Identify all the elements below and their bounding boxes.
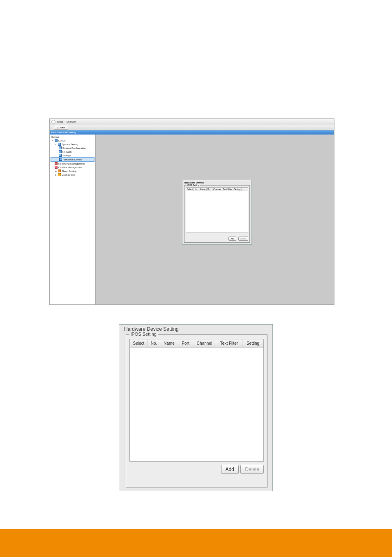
- col-channel[interactable]: Channel: [193, 339, 216, 347]
- back-arrow-icon: ⇦: [57, 126, 59, 129]
- camera-icon: [55, 166, 58, 169]
- col-name[interactable]: Name: [199, 188, 207, 191]
- tree-network[interactable]: Network: [51, 150, 95, 153]
- user-icon: [58, 173, 61, 176]
- ipos-buttons: Add Delete: [186, 232, 248, 241]
- tree-storage[interactable]: Storage: [51, 153, 95, 157]
- app-title: CM5000: [67, 121, 76, 123]
- config-icon: [59, 146, 62, 149]
- alarm-icon: [58, 169, 61, 172]
- col-channel[interactable]: Channel: [212, 188, 222, 191]
- hardware-icon: [59, 158, 62, 161]
- add-button[interactable]: Add: [228, 237, 236, 241]
- app-logo-icon: [51, 120, 55, 124]
- add-button[interactable]: Add: [221, 465, 239, 474]
- folder-icon: [58, 143, 61, 146]
- sidebar-tree: Setting ▪E9000 ▪System Setting System Co…: [50, 135, 96, 304]
- col-name[interactable]: Name: [160, 339, 178, 347]
- col-no[interactable]: No.: [148, 339, 160, 347]
- ipos-table-header: Select No. Name Port Channel Text Filter…: [186, 188, 248, 191]
- tree-server[interactable]: ▪E9000: [51, 139, 95, 142]
- storage-icon: [59, 154, 62, 157]
- ipos-fieldset-large: iPOS Setting Select No. Name Port Channe…: [126, 334, 267, 487]
- tree-recording-mgmt[interactable]: Recording Management: [51, 162, 95, 165]
- setup-label: Setup: [57, 121, 63, 123]
- col-setting[interactable]: Setting: [233, 188, 242, 191]
- col-textfilter[interactable]: Text Filter: [222, 188, 233, 191]
- col-select[interactable]: Select: [186, 188, 194, 191]
- back-button[interactable]: ⇦ Back: [54, 126, 68, 130]
- tree-camera-mgmt[interactable]: Camera Management: [51, 165, 95, 169]
- tree-user-setting[interactable]: ▸User Setting: [51, 173, 95, 176]
- title-bar: Setup CM5000: [50, 119, 334, 125]
- ipos-fieldset: iPOS Setting Select No. Name Port Channe…: [184, 185, 250, 243]
- recording-icon: [55, 162, 58, 165]
- col-port[interactable]: Port: [207, 188, 212, 191]
- delete-button: Delete: [240, 465, 264, 474]
- ipos-table-header-large: Select No. Name Port Channel Text Filter…: [130, 339, 263, 348]
- app-window: Setup CM5000 ⇦ Back Advanced NVR Setting…: [49, 118, 334, 305]
- nav-header-bar: Advanced NVR Setting: [50, 130, 334, 135]
- col-textfilter[interactable]: Text Filter: [216, 339, 242, 347]
- col-setting[interactable]: Setting: [242, 339, 263, 347]
- network-icon: [59, 150, 62, 153]
- ipos-table-large: Select No. Name Port Channel Text Filter…: [129, 339, 264, 462]
- tree-system-setting[interactable]: ▪System Setting: [51, 142, 95, 146]
- page-footer-bar: [0, 529, 392, 557]
- hardware-device-setting-panel: Hardware Device Setting iPOS Setting Sel…: [119, 324, 273, 491]
- hardware-device-panel: Hardware Device iPOS Setting Select No. …: [182, 180, 252, 245]
- nav-header-text: Advanced NVR Setting: [51, 131, 76, 134]
- ipos-legend-large: iPOS Setting: [129, 332, 158, 337]
- col-no[interactable]: No.: [194, 188, 199, 191]
- col-select[interactable]: Select: [130, 339, 148, 347]
- back-toolbar: ⇦ Back: [50, 125, 334, 130]
- tree-root[interactable]: Setting: [51, 135, 95, 139]
- server-icon: [55, 139, 58, 142]
- tree-hardware-device[interactable]: Hardware Device: [51, 157, 95, 162]
- tree-system-config[interactable]: System Configuration: [51, 146, 95, 150]
- ipos-table: Select No. Name Port Channel Text Filter…: [186, 187, 248, 232]
- ipos-legend: iPOS Setting: [187, 184, 200, 186]
- ipos-buttons-large: Add Delete: [129, 462, 264, 474]
- tree-alarm-setting[interactable]: ▸Alarm Setting: [51, 169, 95, 173]
- back-label: Back: [60, 126, 65, 129]
- col-port[interactable]: Port: [178, 339, 193, 347]
- content-area: Hardware Device iPOS Setting Select No. …: [96, 135, 334, 304]
- delete-button: Delete: [238, 237, 248, 241]
